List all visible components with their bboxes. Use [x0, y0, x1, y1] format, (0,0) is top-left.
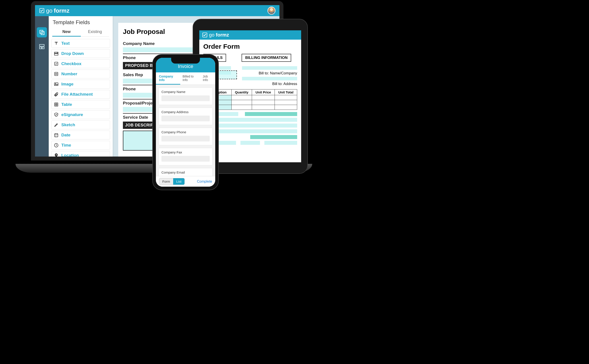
card-label: Company Email	[162, 170, 210, 174]
placeholder-line[interactable]	[242, 77, 297, 80]
field-item-image[interactable]: Image	[51, 80, 110, 89]
brand-text-bold: formz	[54, 7, 70, 14]
placeholder-bar	[250, 135, 297, 139]
field-item-esignature[interactable]: eSignature	[51, 110, 110, 119]
field-label: Text	[61, 41, 70, 46]
field-item-number[interactable]: Number	[51, 70, 110, 78]
placeholder-bar	[264, 141, 297, 145]
paperclip-icon	[54, 92, 59, 97]
top-bar: goformz	[35, 5, 279, 16]
card-input[interactable]	[162, 136, 210, 142]
card-company-email: Company Email	[159, 168, 213, 176]
tablet-topbar: goformz	[199, 30, 301, 40]
svg-rect-4	[40, 47, 42, 49]
phone-tabs: Company Info Billed to Info Job Info	[156, 72, 215, 85]
tablet-logo: goformz	[202, 32, 229, 38]
brand-text-light: go	[209, 32, 214, 38]
view-segmented-control: Form List	[159, 178, 185, 185]
card-input[interactable]	[162, 95, 210, 101]
text-icon	[54, 41, 59, 46]
table-cell[interactable]	[231, 100, 252, 105]
field-list: Text Drop Down Checkbox Number Image Fil…	[51, 39, 110, 160]
rail-layout-button[interactable]	[37, 41, 47, 52]
table-cell[interactable]	[231, 95, 252, 100]
field-label: Location	[61, 153, 79, 158]
tab-new[interactable]: New	[52, 28, 81, 37]
th-quantity: Quantity	[231, 90, 252, 95]
pencil-icon	[54, 123, 59, 127]
layout-grid-icon	[39, 43, 45, 50]
field-item-checkbox[interactable]: Checkbox	[51, 59, 110, 68]
table-cell[interactable]	[252, 105, 275, 110]
svg-point-15	[56, 154, 57, 156]
field-item-dropdown[interactable]: Drop Down	[51, 49, 110, 58]
bill-to-name-label: Bill to: Name/Company	[242, 71, 297, 76]
table-cell[interactable]	[275, 105, 297, 110]
field-item-location[interactable]: Location	[51, 151, 110, 160]
rail-templates-button[interactable]	[37, 27, 47, 37]
field-item-table[interactable]: Table	[51, 100, 110, 109]
svg-rect-1	[40, 30, 43, 33]
th-unit-total: Unit Total	[275, 90, 297, 95]
phone-tab-company-info[interactable]: Company Info	[156, 72, 180, 84]
table-cell[interactable]	[275, 100, 297, 105]
user-avatar[interactable]	[267, 7, 275, 15]
field-label: eSignature	[61, 112, 83, 117]
card-company-name: Company Name	[159, 87, 213, 105]
phone-screen: Invoice Company Info Billed to Info Job …	[156, 58, 215, 187]
field-label: Time	[61, 143, 71, 148]
logo-check-icon	[202, 32, 208, 38]
number-icon	[54, 72, 59, 76]
placeholder-bar	[217, 124, 297, 128]
placeholder-bar	[240, 141, 260, 145]
seg-list-button[interactable]: List	[173, 178, 184, 185]
svg-rect-9	[55, 72, 58, 76]
left-rail	[35, 16, 49, 156]
phone-footer: Form List Complete	[156, 176, 215, 187]
billing-info-button[interactable]: BILLING INFORMATION	[242, 54, 291, 62]
card-label: Company Phone	[162, 130, 210, 134]
card-input[interactable]	[162, 116, 210, 121]
svg-rect-12	[55, 103, 58, 106]
placeholder-bar	[245, 112, 297, 116]
svg-rect-8	[55, 62, 58, 65]
table-cell[interactable]	[252, 100, 275, 105]
table-cell[interactable]	[275, 95, 297, 100]
phone-body[interactable]: Company Name Company Address Company Pho…	[156, 85, 215, 176]
table-cell[interactable]	[231, 105, 252, 110]
dropdown-icon	[54, 51, 59, 56]
field-label: Checkbox	[61, 61, 82, 66]
card-label: Company Address	[162, 110, 210, 114]
placeholder-line[interactable]	[242, 66, 297, 70]
phone-notch	[171, 58, 200, 64]
field-item-time[interactable]: Time	[51, 141, 110, 150]
checkbox-icon	[54, 61, 59, 66]
phone-tab-billed-to[interactable]: Billed to Info	[180, 72, 201, 84]
phone-tab-job-info[interactable]: Job Info	[201, 72, 215, 84]
field-label: Sketch	[61, 123, 75, 127]
th-unit-price: Unit Price	[252, 90, 275, 95]
brand-text-light: go	[46, 7, 52, 14]
field-item-sketch[interactable]: Sketch	[51, 120, 110, 129]
signature-shield-icon	[54, 112, 59, 117]
table-cell[interactable]	[252, 95, 275, 100]
field-item-date[interactable]: Date	[51, 131, 110, 139]
panel-tabs: New Existing	[52, 28, 109, 37]
card-company-fax: Company Fax	[159, 148, 213, 165]
card-company-address: Company Address	[159, 108, 213, 125]
field-item-text[interactable]: Text	[51, 39, 110, 48]
phone-device: Invoice Company Info Billed to Info Job …	[152, 54, 219, 190]
tab-existing[interactable]: Existing	[81, 28, 109, 37]
field-label: Image	[61, 82, 73, 87]
svg-rect-7	[54, 54, 58, 55]
card-label: Company Name	[162, 90, 210, 94]
panel-title: Template Fields	[51, 19, 110, 26]
field-item-file[interactable]: File Attachment	[51, 90, 110, 99]
field-label: Table	[61, 102, 72, 107]
complete-button[interactable]: Complete	[197, 180, 212, 183]
seg-form-button[interactable]: Form	[159, 178, 173, 185]
card-input[interactable]	[162, 156, 210, 162]
brand-text-bold: formz	[216, 32, 229, 38]
calendar-icon	[54, 133, 59, 137]
template-fields-panel: Template Fields New Existing Text Drop D…	[49, 16, 113, 156]
